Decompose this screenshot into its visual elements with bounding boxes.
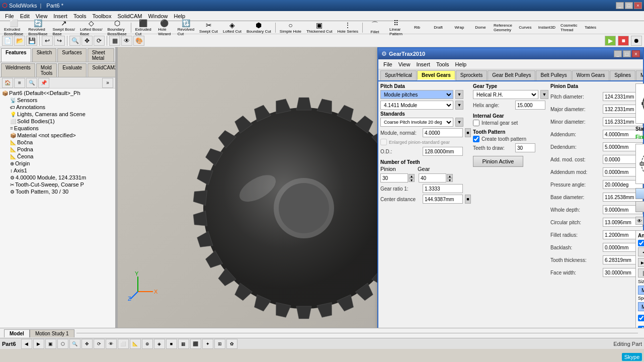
tb2-stop[interactable]: ■ (618, 36, 629, 46)
tb2-display[interactable]: 👁 (121, 36, 132, 46)
bt-icon-16[interactable]: ✦ (202, 339, 213, 349)
tab-belt-pulleys[interactable]: Belt Pulleys (536, 70, 571, 80)
bt-icon-7[interactable]: ⟳ (94, 339, 105, 349)
tb-curves[interactable]: Curves (515, 24, 535, 31)
anim-pause-btn[interactable]: || (638, 268, 644, 278)
maximize-button[interactable]: □ (625, 2, 633, 9)
bt-icon-14[interactable]: ▦ (178, 339, 189, 349)
gear-up-btn[interactable]: ▲ (447, 174, 453, 178)
tb-cosmetic-thread[interactable]: CosmeticThread (558, 22, 579, 34)
bt-icon-1[interactable]: ◀ (21, 339, 32, 349)
tb-tables[interactable]: Tables (580, 24, 600, 31)
ratio-input[interactable] (423, 184, 463, 193)
show-line-checkbox[interactable] (638, 315, 644, 321)
bt-icon-5[interactable]: 🔍 (69, 339, 80, 349)
tb-boundary-cut[interactable]: ⬢ Boundary Cut (245, 20, 273, 35)
skype-button[interactable]: Skype (622, 353, 642, 361)
tb2-section[interactable]: ▦ (109, 36, 120, 46)
tab-worm-gears[interactable]: Worm Gears (572, 70, 610, 80)
tb-simple-hole[interactable]: ○ Simple Hole (278, 20, 303, 35)
panel-tb-pin[interactable]: 📌 (38, 78, 49, 88)
module-normal-input[interactable] (423, 128, 463, 137)
anim-prev-btn[interactable]: ◄ (638, 247, 644, 256)
tab-motion-study[interactable]: Motion Study 1 (30, 329, 74, 337)
od-input[interactable] (423, 147, 463, 156)
minimize-button[interactable]: _ (616, 2, 624, 9)
tb-fillet[interactable]: ⌒ Fillet (365, 19, 385, 36)
dialog-maximize-btn[interactable]: □ (623, 50, 631, 57)
tb-boundary-boss[interactable]: ⬡ BoundaryBoss/Base (105, 18, 128, 38)
tb2-record[interactable]: ⏺ (631, 36, 642, 46)
tb-lofted-boss[interactable]: ◇ Lofted Boss/Base (78, 18, 104, 38)
close-button[interactable]: × (634, 2, 642, 9)
pinion-up-btn[interactable]: ▲ (409, 174, 415, 178)
tree-item-tooth-cut[interactable]: ✂ Tooth-Cut-Sweep, Coarse P (9, 181, 114, 188)
internal-gear-checkbox[interactable] (473, 120, 479, 126)
dlg-menu-help[interactable]: Help (452, 60, 470, 68)
tb2-save[interactable]: 💾 (26, 36, 37, 46)
module-btn[interactable]: ▼ (455, 101, 463, 110)
bt-icon-3[interactable]: ▣ (45, 339, 56, 349)
tb-swept-boss[interactable]: ↗ Swept Boss/Base (51, 18, 77, 38)
panel-tb-collapse[interactable]: ≡ (14, 78, 25, 88)
bt-icon-9[interactable]: ⬜ (118, 339, 129, 349)
teeth-draw-input[interactable] (515, 143, 535, 152)
tab-weldments[interactable]: Weldments (1, 63, 35, 77)
tab-evaluate[interactable]: Evaluate (58, 63, 87, 77)
enlarged-checkbox[interactable] (380, 139, 387, 145)
tb-revolved-boss[interactable]: 🔄 RevolvedBoss/Base (26, 18, 49, 38)
tb-revolved-cut[interactable]: 🔃 RevolvedCut (176, 18, 196, 38)
anim-fast-btn[interactable]: ►► (638, 258, 644, 267)
tab-sheet-metal[interactable]: Sheet Metal (88, 48, 114, 62)
tree-item-axis1[interactable]: ↕ Axis1 (9, 167, 114, 174)
pinion-down-btn[interactable]: ▼ (409, 178, 415, 182)
tb-reference-geometry[interactable]: ReferenceGeometry (492, 22, 514, 34)
tree-item-solid-bodies[interactable]: ⬜ Solid Bodies(1) (9, 118, 114, 125)
tb2-undo[interactable]: ↩ (42, 36, 53, 46)
tab-mounting[interactable]: Mounting (636, 70, 643, 80)
bt-icon-10[interactable]: 📐 (130, 339, 141, 349)
tree-item-sensors[interactable]: 📡 Sensors (9, 97, 114, 104)
tb2-pan[interactable]: ✥ (82, 36, 93, 46)
tree-item-equations[interactable]: = Equations (9, 125, 114, 132)
dlg-menu-file[interactable]: File (380, 60, 395, 68)
tb-swept-cut[interactable]: ✂ Swept Cut (197, 20, 220, 35)
tb-draft[interactable]: Draft (428, 24, 448, 31)
tree-item-tooth-pattern[interactable]: ⚙ Tooth Pattern, 30 / 30 (9, 188, 114, 195)
tb-wrap[interactable]: Wrap (449, 24, 469, 31)
tree-item-ceona[interactable]: 📐 Čeona (9, 153, 114, 160)
dialog-close-btn[interactable]: × (632, 50, 640, 57)
tab-model[interactable]: Model (4, 329, 30, 337)
bt-icon-13[interactable]: ■ (166, 339, 177, 349)
tb-rib[interactable]: Rib (407, 24, 427, 31)
tb2-open[interactable]: 📂 (14, 36, 25, 46)
bt-icon-17[interactable]: ⊞ (214, 339, 225, 349)
gear-teeth-input[interactable] (419, 173, 446, 183)
speed-select[interactable]: Medium Slow Fast (638, 302, 644, 311)
tb-extruded-boss[interactable]: ⬜ ExtrudedBoss/Base (2, 18, 25, 38)
tab-sprockets[interactable]: Sprockets (456, 70, 487, 80)
helix-input[interactable] (515, 101, 545, 110)
exit-button[interactable]: Exit (635, 201, 644, 212)
gear-type-select[interactable]: Helical R.H. Helical L.H. Spur (473, 90, 538, 99)
tree-item-podna[interactable]: 📐 Podna (9, 146, 114, 153)
dialog-minimize-btn[interactable]: _ (614, 50, 622, 57)
tb2-rotate[interactable]: ⟳ (94, 36, 105, 46)
tb-hole-series[interactable]: ⋮ Hole Series (336, 20, 360, 35)
size-select[interactable]: Medium Small Large (638, 286, 644, 295)
tab-features[interactable]: Features (1, 48, 31, 62)
dlg-menu-insert[interactable]: Insert (413, 60, 433, 68)
dlg-menu-view[interactable]: View (395, 60, 414, 68)
create-pattern-checkbox[interactable] (473, 136, 479, 142)
dlg-menu-tools[interactable]: Tools (433, 60, 452, 68)
tab-spur-helical[interactable]: Spur/Helical (380, 70, 417, 80)
tree-item-bocna[interactable]: 📐 Bočna (9, 139, 114, 146)
bt-icon-18[interactable]: ✿ (226, 339, 237, 349)
standards-select[interactable]: Coarse Pitch Involute 20 deg (380, 118, 453, 127)
module-select[interactable]: 4.1411 Module (380, 101, 453, 110)
bt-icon-12[interactable]: ◈ (154, 339, 165, 349)
pinion-active-btn[interactable]: Pinion Active (473, 156, 523, 167)
pitch-type-select[interactable]: Module pitches Diametral pitches (380, 90, 453, 99)
tb-extruded-cut[interactable]: ⬛ ExtrudedCut (133, 18, 153, 38)
tree-item-module[interactable]: ⚙ 4.00000 Module, 124.2331m (9, 174, 114, 181)
